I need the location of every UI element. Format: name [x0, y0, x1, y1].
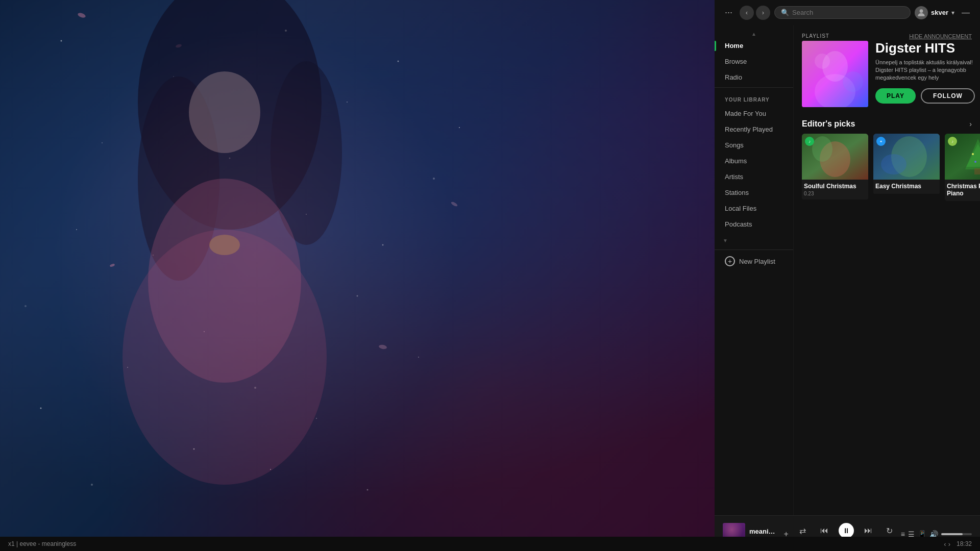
editors-picks-arrow[interactable]: ›	[969, 120, 972, 128]
nav-buttons: ‹ ›	[740, 6, 770, 20]
svg-point-21	[418, 357, 419, 358]
featured-art: HITS	[802, 41, 868, 107]
stations-label: Stations	[725, 189, 749, 196]
featured-play-button[interactable]: PLAY	[875, 88, 916, 104]
plus-icon: +	[725, 256, 735, 266]
svg-point-42	[843, 71, 863, 92]
local-files-label: Local Files	[725, 205, 756, 212]
svg-point-17	[254, 387, 256, 389]
sidebar-item-made-for-you[interactable]: Made For You	[715, 106, 793, 121]
user-area[interactable]: skver ▾	[915, 6, 954, 19]
picks-grid: ♪ Soulful Christmas 0.23	[802, 134, 972, 201]
status-nav-left[interactable]: ‹	[944, 540, 946, 548]
svg-point-7	[433, 178, 435, 180]
pick-card-easy-christmas[interactable]: + Easy Christmas	[873, 134, 940, 201]
new-playlist-label: New Playlist	[739, 258, 775, 265]
sidebar-item-radio[interactable]: Radio	[715, 69, 793, 85]
sidebar-divider-1	[715, 87, 793, 88]
nav-forward-button[interactable]: ›	[756, 6, 770, 20]
play-pause-button[interactable]: ⏸	[839, 523, 854, 538]
volume-fill	[941, 533, 963, 535]
sidebar-item-songs[interactable]: Songs	[715, 137, 793, 153]
svg-point-1	[173, 76, 174, 77]
svg-point-11	[382, 244, 384, 246]
easy-christmas-title: Easy Christmas	[873, 180, 940, 191]
shuffle-button[interactable]: ⇄	[796, 523, 810, 538]
svg-point-27	[450, 201, 458, 207]
sidebar-radio-label: Radio	[725, 73, 742, 81]
editors-picks-section: Editor's picks ›	[794, 115, 980, 209]
featured-follow-button[interactable]: FOLLOW	[921, 88, 975, 104]
nav-back-button[interactable]: ‹	[740, 6, 754, 20]
svg-point-5	[229, 158, 231, 159]
sidebar-item-podcasts[interactable]: Podcasts	[715, 216, 793, 232]
repeat-button[interactable]: ↻	[883, 523, 897, 538]
sidebar-item-home[interactable]: Home	[715, 38, 793, 54]
artists-label: Artists	[725, 173, 743, 181]
sidebar-browse-label: Browse	[725, 58, 747, 65]
featured-section: PLAYLIST HIDE ANNOUNCEMENT	[794, 25, 980, 115]
featured-info: Digster HITS Ünnepelj a toplisták aktuál…	[875, 41, 980, 104]
songs-label: Songs	[725, 141, 744, 149]
sidebar-scroll-up-arrow: ▲	[715, 30, 793, 38]
search-icon: 🔍	[781, 9, 789, 16]
sidebar-item-recently-played[interactable]: Recently Played	[715, 121, 793, 137]
next-button[interactable]: ⏭	[861, 523, 875, 538]
svg-point-19	[316, 418, 317, 419]
chevron-left-icon: ‹	[746, 9, 748, 16]
status-nav-right[interactable]: ›	[948, 540, 950, 548]
card-inner: ♪ Christmas Peaceful Piano	[945, 134, 980, 201]
volume-bar[interactable]	[941, 533, 972, 535]
previous-button[interactable]: ⏮	[817, 523, 831, 538]
sidebar-item-browse[interactable]: Browse	[715, 54, 793, 69]
svg-point-16	[127, 367, 128, 368]
search-bar[interactable]: 🔍	[774, 6, 911, 19]
shuffle-icon: ⇄	[799, 526, 806, 536]
sidebar-home-label: Home	[725, 42, 743, 49]
status-bar: x1 | eevee - meaningless ‹ › 18:32	[0, 537, 980, 551]
sidebar-item-albums[interactable]: Albums	[715, 153, 793, 169]
soulful-christmas-subtitle: 0.23	[802, 191, 868, 199]
featured-art-image	[802, 41, 868, 107]
minimize-button[interactable]: —	[959, 7, 973, 18]
card-inner: ♪ Soulful Christmas 0.23	[802, 134, 868, 199]
new-playlist-button[interactable]: + New Playlist	[715, 252, 793, 270]
soulful-badge: ♪	[805, 137, 814, 146]
chevron-right-icon: ›	[762, 9, 764, 16]
player-controls: ⇄ ⏮ ⏸ ⏭ ↻	[796, 523, 897, 538]
previous-icon: ⏮	[820, 526, 828, 535]
library-section-label: YOUR LIBRARY	[715, 90, 793, 106]
anime-figure	[0, 0, 459, 510]
featured-actions: PLAY FOLLOW ···	[875, 88, 980, 104]
sidebar-scroll-down-area: ▼	[715, 232, 793, 247]
hide-announcement-button[interactable]: HIDE ANNOUNCEMENT	[909, 33, 972, 39]
svg-point-4	[102, 142, 103, 143]
status-right: ‹ › 18:32	[944, 540, 972, 548]
svg-point-3	[398, 61, 399, 62]
svg-point-53	[972, 153, 974, 155]
christmas-piano-art: ♪	[945, 134, 980, 180]
svg-point-29	[378, 344, 387, 350]
soulful-christmas-title: Soulful Christmas	[802, 180, 868, 191]
next-icon: ⏭	[864, 526, 872, 535]
podcasts-label: Podcasts	[725, 220, 752, 228]
svg-point-0	[61, 40, 62, 42]
svg-point-14	[204, 331, 205, 332]
svg-point-26	[175, 44, 182, 48]
sidebar-item-stations[interactable]: Stations	[715, 185, 793, 201]
svg-point-2	[285, 30, 287, 32]
sidebar-item-artists[interactable]: Artists	[715, 169, 793, 185]
pick-card-christmas-piano[interactable]: ♪ Christmas Peaceful Piano	[945, 134, 980, 201]
chevron-down-icon: ▾	[951, 9, 954, 16]
search-input[interactable]	[792, 9, 904, 16]
svg-point-23	[270, 469, 271, 470]
menu-button[interactable]: ···	[722, 5, 736, 20]
svg-point-34	[148, 179, 301, 383]
card-inner: + Easy Christmas	[873, 134, 940, 194]
made-for-you-label: Made For You	[725, 110, 766, 117]
sidebar-item-local-files[interactable]: Local Files	[715, 201, 793, 216]
christmas-piano-title: Christmas Peaceful Piano	[945, 180, 980, 198]
pick-card-soulful-christmas[interactable]: ♪ Soulful Christmas 0.23	[802, 134, 868, 201]
svg-point-30	[138, 0, 322, 230]
sidebar-divider-2	[715, 249, 793, 250]
